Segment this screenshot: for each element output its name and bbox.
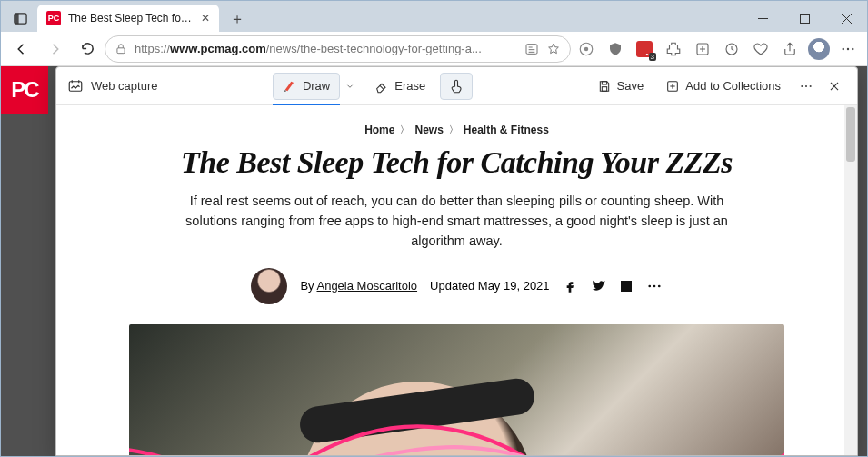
svg-rect-3	[117, 47, 125, 53]
tab-close-icon[interactable]: ✕	[201, 12, 210, 25]
tab-favicon: PC	[46, 11, 61, 25]
viewport: PC Web capture Draw	[1, 66, 867, 456]
favorites-heart-icon[interactable]	[747, 35, 774, 63]
svg-point-10	[847, 47, 849, 49]
article: Home〉 News〉 Health & Fitness The Best Sl…	[56, 105, 857, 455]
author-text: By Angela Moscaritolo	[300, 279, 417, 293]
chevron-right-icon: 〉	[449, 124, 458, 136]
save-button[interactable]: Save	[588, 73, 653, 100]
share-facebook-icon[interactable]	[563, 279, 577, 293]
svg-point-6	[584, 46, 589, 51]
byline: By Angela Moscaritolo Updated May 19, 20…	[129, 268, 784, 304]
ext-icon-lastpass[interactable]: •••3	[631, 35, 658, 63]
profile-button[interactable]	[805, 35, 833, 63]
collections-button[interactable]	[689, 35, 716, 63]
web-capture-panel: Web capture Draw Erase	[55, 66, 858, 456]
svg-rect-13	[69, 81, 82, 91]
capture-toolbar: Web capture Draw Erase	[56, 67, 857, 105]
titlebar: PC The Best Sleep Tech for Catching ✕ ＋	[1, 1, 867, 32]
tab-strip: PC The Best Sleep Tech for Catching ✕ ＋	[1, 5, 742, 32]
forward-button[interactable]	[39, 35, 70, 64]
svg-point-9	[843, 47, 844, 49]
capture-more-button[interactable]	[793, 73, 819, 100]
save-icon	[597, 79, 612, 94]
svg-rect-14	[602, 81, 606, 84]
erase-tool[interactable]: Erase	[365, 73, 434, 100]
collections-icon	[665, 79, 680, 94]
updated-date: Updated May 19, 2021	[430, 279, 550, 293]
back-button[interactable]	[6, 35, 37, 64]
tab-actions-button[interactable]	[6, 5, 34, 32]
svg-point-20	[648, 284, 651, 287]
capture-close-button[interactable]	[823, 73, 846, 100]
share-flipboard-icon[interactable]	[619, 279, 634, 293]
window-minimize[interactable]	[742, 5, 783, 32]
svg-point-17	[801, 84, 803, 86]
avatar	[808, 38, 830, 60]
scrollbar[interactable]	[844, 105, 857, 455]
byline-more-icon[interactable]	[646, 278, 663, 294]
article-dek: If real rest seems out of reach, you can…	[166, 192, 748, 251]
web-capture-icon	[67, 78, 84, 94]
omnibox-url: https://www.pcmag.com/news/the-best-tech…	[135, 42, 517, 55]
browser-tab[interactable]: PC The Best Sleep Tech for Catching ✕	[37, 5, 219, 32]
eraser-icon	[374, 79, 389, 94]
browser-window: PC The Best Sleep Tech for Catching ✕ ＋ …	[0, 0, 868, 457]
close-icon	[828, 80, 841, 93]
crumb-home[interactable]: Home	[364, 124, 394, 136]
refresh-button[interactable]	[72, 35, 103, 64]
address-bar: https://www.pcmag.com/news/the-best-tech…	[1, 32, 867, 66]
hero-wave-overlay	[129, 404, 784, 455]
settings-more-button[interactable]	[834, 35, 862, 63]
lock-icon	[115, 43, 127, 55]
new-tab-button[interactable]: ＋	[224, 6, 250, 32]
tab-title: The Best Sleep Tech for Catching	[68, 12, 194, 25]
crumb-health[interactable]: Health & Fitness	[464, 124, 549, 136]
favorite-star-icon[interactable]	[546, 42, 561, 56]
extensions-button[interactable]	[660, 35, 687, 63]
page-title: The Best Sleep Tech for Catching Your ZZ…	[129, 145, 784, 179]
highlighter-icon	[283, 79, 297, 94]
ext-icon-ublock[interactable]	[602, 35, 629, 63]
share-twitter-icon[interactable]	[590, 278, 606, 294]
reader-mode-icon[interactable]	[524, 42, 539, 56]
breadcrumb: Home〉 News〉 Health & Fitness	[129, 124, 784, 136]
touch-writing-toggle[interactable]	[440, 73, 473, 100]
touch-icon	[448, 78, 464, 94]
omnibox[interactable]: https://www.pcmag.com/news/the-best-tech…	[105, 35, 571, 63]
add-to-collections-button[interactable]: Add to Collections	[656, 73, 790, 100]
chevron-right-icon: 〉	[400, 124, 409, 136]
history-icon[interactable]	[718, 35, 745, 63]
svg-rect-15	[602, 86, 606, 91]
svg-point-21	[653, 284, 655, 287]
scrollbar-thumb[interactable]	[846, 107, 855, 162]
capture-title: Web capture	[67, 78, 157, 94]
svg-point-19	[810, 84, 812, 86]
more-icon	[799, 79, 813, 94]
window-close[interactable]	[825, 5, 867, 32]
draw-tool-group: Draw	[273, 73, 360, 100]
capture-content[interactable]: Home〉 News〉 Health & Fitness The Best Sl…	[56, 105, 857, 455]
site-logo: PC	[1, 66, 48, 114]
hero-image	[129, 324, 784, 455]
svg-point-11	[852, 47, 853, 49]
draw-options-chevron[interactable]	[340, 82, 360, 91]
ext-icon-1[interactable]	[573, 35, 600, 63]
author-link[interactable]: Angela Moscaritolo	[316, 279, 417, 293]
window-maximize[interactable]	[783, 5, 825, 32]
draw-tool[interactable]: Draw	[273, 73, 340, 100]
svg-rect-2	[800, 14, 809, 23]
svg-point-18	[805, 84, 807, 86]
share-icon[interactable]	[776, 35, 803, 63]
svg-point-22	[657, 284, 660, 287]
window-controls	[742, 5, 867, 32]
svg-rect-1	[14, 13, 18, 23]
crumb-news[interactable]: News	[414, 124, 443, 136]
author-avatar[interactable]	[251, 268, 287, 304]
